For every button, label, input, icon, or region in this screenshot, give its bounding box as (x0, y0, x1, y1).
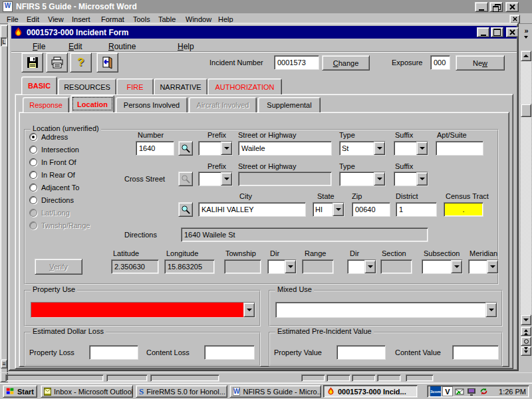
radio-in-front-of[interactable] (29, 158, 37, 166)
dropdown-arrow-icon[interactable] (364, 260, 376, 273)
radio-intersection[interactable] (29, 146, 37, 154)
previous-page-button[interactable] (521, 327, 531, 336)
tab-narrative[interactable]: NARRATIVE (154, 78, 207, 94)
census-tract-field[interactable]: . (444, 202, 483, 217)
cross-suffix-label: Suffix (395, 162, 413, 170)
task-outlook[interactable]: Inbox - Microsoft Outlook (41, 385, 133, 398)
cross-suffix-select[interactable] (394, 172, 428, 186)
radio-address[interactable] (29, 133, 37, 141)
dropdown-arrow-icon[interactable] (416, 142, 428, 155)
help-button[interactable]: ? (70, 53, 92, 72)
tab-resources[interactable]: RESOURCES (58, 78, 116, 94)
task-incident-form[interactable]: 0001573-000 Incid... (323, 385, 418, 398)
tab-stop-indicator-icon[interactable]: L (1, 37, 7, 47)
zip-field[interactable]: 00640 (352, 202, 390, 217)
dropdown-arrow-icon[interactable] (416, 172, 428, 186)
start-button[interactable]: Start (3, 385, 37, 398)
city-label: City (239, 192, 252, 200)
number-field[interactable]: 1640 (136, 141, 174, 156)
cross-type-select[interactable] (339, 172, 386, 186)
dropdown-arrow-icon[interactable] (485, 303, 497, 317)
property-loss-field[interactable] (89, 345, 138, 360)
city-field[interactable]: KALIHI VALLEY (198, 202, 306, 217)
antivirus-shield-tray-icon[interactable]: V (442, 386, 453, 396)
toolbar-more-icon[interactable] (524, 39, 528, 47)
dropdown-arrow-icon[interactable] (451, 260, 462, 273)
tab-persons-involved[interactable]: Persons Involved (116, 97, 188, 112)
prefix-select[interactable] (198, 141, 233, 156)
dialog-close-button[interactable] (506, 27, 519, 37)
change-button[interactable]: Change (322, 55, 370, 70)
dropdown-arrow-icon[interactable] (374, 172, 385, 186)
city-lookup-button[interactable] (178, 202, 193, 217)
dropdown-arrow-icon[interactable] (332, 203, 344, 216)
apt-suite-field[interactable] (436, 141, 483, 156)
dropdown-arrow-icon[interactable] (487, 260, 498, 273)
number-label: Number (138, 131, 164, 139)
suffix-select[interactable] (394, 141, 428, 156)
subsection-select[interactable] (422, 259, 463, 274)
dropdown-arrow-icon[interactable] (221, 142, 232, 155)
district-field[interactable]: 1 (396, 202, 437, 217)
sync-arrows-tray-icon[interactable] (478, 386, 489, 396)
radio-in-rear-of[interactable] (29, 171, 37, 179)
select-browse-object-button[interactable] (521, 336, 531, 346)
word-close-button[interactable] (505, 2, 519, 12)
radio-adjacent-to[interactable] (29, 184, 37, 192)
dropdown-arrow-icon[interactable] (221, 172, 232, 186)
display-tray-icon[interactable] (466, 386, 477, 396)
property-value-field[interactable] (336, 345, 386, 360)
street-field[interactable]: Wailele (238, 141, 332, 156)
word-minimize-button[interactable] (475, 2, 488, 12)
tab-basic[interactable]: BASIC (21, 76, 57, 94)
scroll-up-arrow-icon[interactable] (521, 51, 531, 61)
view-buttons-icon[interactable]: ≡ (1, 359, 7, 368)
clock[interactable]: 1:26 PM (499, 388, 526, 396)
new-button[interactable]: New (456, 55, 505, 70)
word-vscrollbar-track[interactable] (521, 51, 531, 325)
meridian-select[interactable] (468, 259, 499, 274)
dropdown-arrow-icon[interactable] (243, 303, 255, 317)
tab-supplemental[interactable]: Supplemental (258, 97, 321, 112)
mixed-use-select[interactable] (275, 302, 497, 318)
tab-authorization[interactable]: AUTHORIZATION (207, 78, 282, 94)
radio-directions[interactable] (29, 196, 37, 204)
exit-button[interactable] (96, 53, 118, 72)
menu-file[interactable]: File (33, 42, 45, 51)
task-firerms[interactable]: S FireRMS 5.0 for Honol... (136, 385, 227, 398)
type-select[interactable]: St (339, 141, 386, 156)
exposure-field[interactable]: 000 (430, 55, 450, 70)
section-field (380, 259, 412, 274)
cross-prefix-select[interactable] (198, 172, 233, 186)
mail-tray-icon[interactable] (454, 386, 465, 396)
content-value-field[interactable] (452, 345, 499, 360)
tab-location[interactable]: Location (70, 95, 114, 112)
menu-edit[interactable]: Edit (68, 42, 82, 51)
dialog-maximize-button[interactable] (491, 27, 503, 37)
cross-street-field (238, 172, 332, 186)
content-loss-field[interactable] (204, 345, 255, 360)
save-button[interactable] (21, 53, 43, 72)
dropdown-arrow-icon[interactable] (374, 142, 385, 155)
tab-response[interactable]: Response (23, 97, 69, 112)
zip-label: Zip (352, 192, 362, 200)
menu-routine[interactable]: Routine (108, 42, 136, 51)
menu-help[interactable]: Help (178, 42, 194, 51)
threecom-tray-icon[interactable]: 3com (430, 386, 441, 396)
dropdown-arrow-icon[interactable] (285, 260, 296, 273)
scroll-down-arrow-icon[interactable] (521, 315, 531, 325)
tab-fire[interactable]: FIRE (116, 78, 154, 94)
street-lookup-button[interactable] (178, 141, 193, 156)
dir2-select[interactable] (347, 259, 376, 274)
property-use-select[interactable] (31, 302, 255, 318)
task-word[interactable]: W NFIRS 5 Guide - Micro... (229, 385, 321, 398)
dialog-minimize-button[interactable] (477, 27, 489, 37)
tab-aircraft-involved[interactable]: Aircraft Involved (189, 97, 257, 112)
print-button[interactable] (46, 53, 68, 72)
word-restore-button[interactable] (489, 2, 503, 12)
word-vscrollbar-thumb[interactable] (521, 104, 531, 117)
next-page-button[interactable] (521, 346, 531, 356)
incident-number-field[interactable]: 0001573 (274, 55, 319, 70)
state-select[interactable]: HI (313, 202, 344, 217)
dir-select[interactable] (267, 259, 297, 274)
